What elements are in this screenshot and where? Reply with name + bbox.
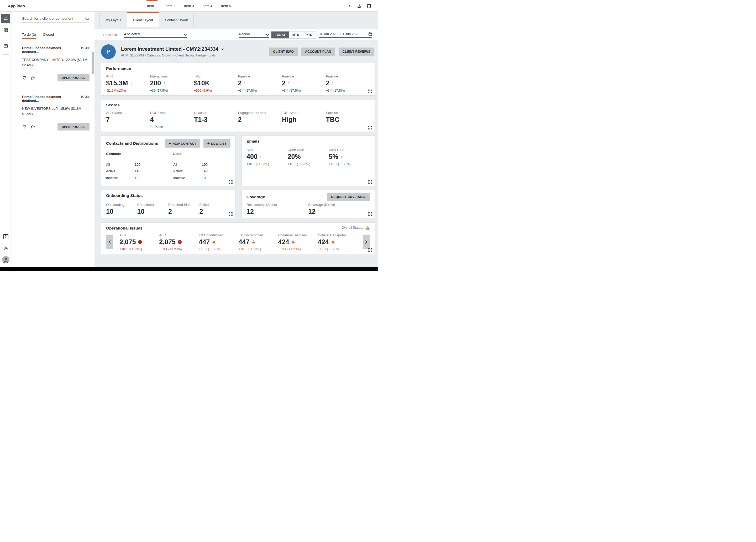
- section-title: Coverage: [246, 194, 265, 199]
- thumbs-down-icon[interactable]: [22, 76, 27, 80]
- expand-icon[interactable]: [368, 126, 372, 129]
- expand-icon[interactable]: [229, 180, 233, 184]
- stackoverflow-icon[interactable]: [357, 4, 361, 8]
- table-row: Inactive10: [106, 175, 163, 181]
- table-row: All150: [173, 161, 230, 168]
- trend-down-icon: ↓: [130, 81, 132, 86]
- notification-body: TEST COMPANY LIMITED, -22.9% ($3.1M - $2…: [22, 57, 90, 68]
- user-avatar[interactable]: [1, 255, 10, 264]
- open-profile-button[interactable]: OPEN PROFILE: [57, 123, 90, 130]
- expand-icon[interactable]: [229, 212, 233, 216]
- expand-icon[interactable]: [368, 248, 372, 252]
- main-content: My Layout Client Layout Contact Layout L…: [95, 12, 378, 267]
- scrollbar-thumb[interactable]: [92, 51, 94, 74]
- tab-contact-layout[interactable]: Contact Layout: [159, 12, 194, 27]
- nav-item-5[interactable]: Item 5: [221, 0, 231, 12]
- open-profile-button[interactable]: OPEN PROFILE: [57, 74, 90, 81]
- expand-icon[interactable]: [368, 180, 372, 184]
- nav-item-4[interactable]: Item 4: [203, 0, 213, 12]
- briefcase-icon[interactable]: [1, 41, 10, 50]
- footer-bar: [0, 267, 378, 271]
- new-list-button[interactable]: +NEW LIST: [203, 139, 230, 147]
- thumbs-down-icon[interactable]: [22, 124, 27, 129]
- carousel-left-button[interactable]: [106, 235, 113, 249]
- period-mtd[interactable]: MTD: [289, 31, 303, 38]
- rail-divider: [2, 54, 9, 55]
- warning-icon: [251, 240, 256, 244]
- metric-collateral-disputes: Collateral Disputes 424 +10.1 (+1.23%): [278, 233, 318, 251]
- metric-breached-sla: Breached SLA 2: [168, 203, 199, 215]
- metric-fx-unconfirmed: FX Unconfirmed 447 +10.1 (+1.23%): [199, 233, 238, 251]
- divider: [173, 159, 230, 159]
- client-info-button[interactable]: CLIENT INFO: [269, 48, 298, 56]
- overall-status-label: Overall Status:: [342, 226, 363, 229]
- client-header: P Lorem Investment Limted - CMY2:234334 …: [101, 44, 374, 59]
- nav-item-2[interactable]: Item 2: [166, 0, 176, 12]
- metric-failed: Failed 2: [199, 203, 231, 215]
- notification-title: Prime Finance balances declined...: [22, 46, 76, 54]
- tab-to-do[interactable]: To do (2): [22, 33, 36, 39]
- settings-gear-icon[interactable]: [1, 244, 10, 252]
- s-icon[interactable]: S: [349, 4, 351, 8]
- section-title: Emails: [246, 139, 370, 144]
- trend-up-icon: ↑: [163, 81, 165, 86]
- expand-icon[interactable]: [368, 89, 372, 93]
- notification-date: 19 Jul: [80, 46, 90, 54]
- region-dropdown[interactable]: Region: [239, 32, 269, 38]
- date-range-field[interactable]: 01 Jan 2023 - 01 Jun 2023: [319, 32, 372, 38]
- section-title: Performance: [106, 66, 370, 71]
- trend-up-icon: ↑: [332, 81, 334, 86]
- metric-roe-rank: ROE Rank 4↑ +1 Place: [150, 111, 194, 129]
- search-input[interactable]: [22, 17, 85, 20]
- expand-icon[interactable]: [368, 212, 372, 216]
- client-name-dropdown[interactable]: Lorem Investment Limted - CMY2:234334: [121, 46, 224, 52]
- client-avatar: P: [101, 44, 116, 59]
- metric-relationship-sales: Relationship (Sales) 12: [246, 203, 308, 215]
- error-icon: [138, 240, 142, 244]
- metric-afr: AFR $15.3M↓ -$1.9M (13%): [106, 74, 150, 93]
- thumbs-up-icon[interactable]: [31, 124, 35, 129]
- search-icon[interactable]: [85, 16, 90, 21]
- github-icon[interactable]: [367, 4, 371, 8]
- chevron-down-icon: [266, 34, 269, 36]
- metric-fx-unconfirmed: FX Unconfirmed 447 +10.1 (+1.23%): [239, 233, 278, 251]
- period-today[interactable]: TODAY: [271, 31, 289, 38]
- tab-client-layout[interactable]: Client Layout: [127, 12, 159, 27]
- period-ytd[interactable]: YTD: [303, 31, 316, 38]
- rail-divider: [2, 38, 9, 38]
- carousel-right-button[interactable]: [363, 235, 370, 249]
- chevron-down-icon: [184, 34, 187, 36]
- help-icon[interactable]: ?: [1, 232, 10, 241]
- account-plan-button[interactable]: ACCOUNT PLAN: [301, 48, 335, 56]
- error-icon: [178, 240, 182, 244]
- app-logo: App logo: [8, 4, 25, 8]
- performance-card: Performance AFR $15.3M↓ -$1.9M (13%) Int…: [101, 63, 375, 96]
- nav-item-3[interactable]: Item 3: [184, 0, 194, 12]
- divider: [106, 159, 163, 159]
- metric-afr-issues: AFR 2,075 +10.1 (+1.23%): [159, 233, 199, 251]
- scores-card: Scores AFR Rank 7 ROE Rank 4↑ +1 Place C…: [101, 99, 375, 132]
- tab-closed[interactable]: Closed: [43, 33, 54, 39]
- request-coverage-button[interactable]: REQUEST COVERAGE: [327, 193, 370, 201]
- metric-pipeline-score: Pipeline TBC: [326, 111, 370, 129]
- notifications-bell-icon[interactable]: [1, 14, 10, 23]
- new-contact-button[interactable]: +NEW CONTACT: [165, 139, 200, 147]
- client-reviews-button[interactable]: CLIENT REVIEWS: [339, 48, 374, 56]
- notification-body: NEW INVESTORS LLP, -15.9% ($1.8M - $1.5M…: [22, 106, 90, 117]
- icon-rail: ?: [0, 12, 12, 267]
- filter-label: Label TBC: [103, 33, 118, 37]
- tab-my-layout[interactable]: My Layout: [99, 12, 127, 27]
- metric-open-rate: Open Rate 20%↑ +10.1 (+1.23%): [288, 148, 329, 166]
- label-select-dropdown[interactable]: 4 selected: [124, 32, 187, 38]
- warning-icon: [331, 240, 335, 244]
- metric-engagement-rank: Engagement Rank 2: [238, 111, 282, 129]
- thumbs-up-icon[interactable]: [31, 76, 35, 80]
- operational-issues-card: Operational Issues Overall Status: AFR 2…: [101, 222, 375, 254]
- section-title: Scores: [106, 103, 370, 107]
- section-title: Contacts and Distributions: [106, 141, 158, 146]
- nav-item-1[interactable]: Item 1: [147, 0, 157, 12]
- trend-up-icon: ↑: [303, 154, 305, 159]
- metric-pipeline: Pipeline 2↑ +3.4 (17.5%): [238, 74, 282, 93]
- apps-grid-icon[interactable]: [1, 26, 10, 35]
- notification-date: 19 Jul: [80, 95, 90, 103]
